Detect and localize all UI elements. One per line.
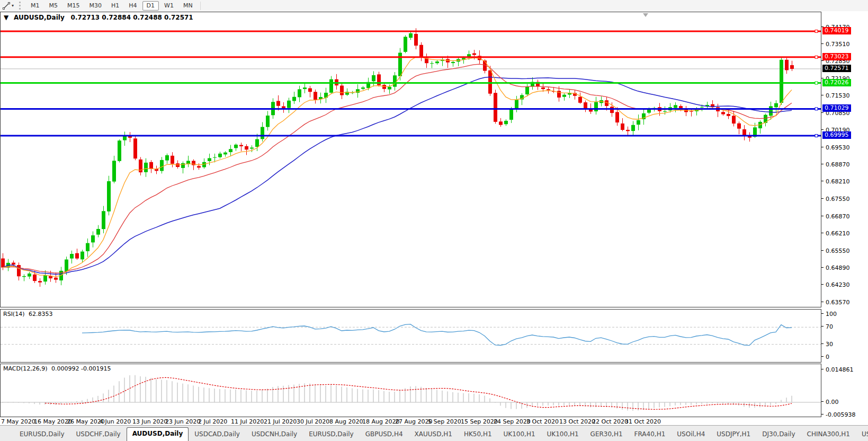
macd-histogram-bar <box>219 389 220 402</box>
candle-body <box>144 163 148 172</box>
macd-histogram-bar <box>675 402 675 405</box>
candle-body <box>769 106 773 116</box>
macd-histogram-bar <box>288 385 289 402</box>
chart-tab-china300-h1[interactable]: CHINA300,H1 <box>801 428 856 441</box>
toolbar-grip[interactable] <box>19 2 23 10</box>
macd-histogram-bar <box>500 402 500 405</box>
chart-tab-gbpusd-h4[interactable]: GBPUSD,H4 <box>360 428 409 441</box>
macd-histogram-bar <box>495 402 495 403</box>
rsi-tick-30: 30 <box>826 341 833 348</box>
chart-tab-hk50-h1[interactable]: HK50,H1 <box>458 428 498 441</box>
candle-body <box>208 158 211 161</box>
macd-histogram-bar <box>330 385 331 402</box>
candle-body <box>541 87 545 89</box>
chart-tab-usdchf-daily[interactable]: USDCHF,Daily <box>70 428 127 441</box>
collapse-icon[interactable]: ▼ <box>4 14 8 21</box>
chart-tab-uk100-h1[interactable]: UK100,H1 <box>498 428 541 441</box>
macd-histogram-bar <box>537 402 538 406</box>
macd-histogram-bar <box>468 393 469 402</box>
candle-body <box>578 97 582 103</box>
chart-tab-eurusd-daily[interactable]: EURUSD,Daily <box>14 428 70 441</box>
price-chart-panel[interactable]: ▼ AUDUSD,Daily 0.72713 0.72884 0.72488 0… <box>0 12 821 307</box>
macd-histogram-bar <box>161 380 162 402</box>
rsi-panel[interactable]: RSI(14) 62.8353 <box>0 309 821 363</box>
level-line-handle[interactable] <box>815 82 818 84</box>
axis-tick-mark <box>821 343 824 344</box>
timeframe-button-M30[interactable]: M30 <box>85 1 106 11</box>
candle-body <box>107 181 111 211</box>
level-line-handle[interactable] <box>815 134 818 137</box>
timeframe-button-M1[interactable]: M1 <box>26 1 44 11</box>
candle-body <box>160 160 164 171</box>
chart-shift-marker[interactable] <box>643 13 648 17</box>
price-axis: 0.741700.735100.728500.721900.715300.708… <box>821 11 868 425</box>
timeframe-button-M15[interactable]: M15 <box>63 1 84 11</box>
chart-tab-ger30-h1[interactable]: GER30,H1 <box>585 428 629 441</box>
chart-tab-uk100-h1[interactable]: UK100,H1 <box>541 428 585 441</box>
candle-body <box>509 109 513 120</box>
chart-tab-usdcnh-daily[interactable]: USDCNH,Daily <box>246 428 303 441</box>
macd-histogram-bar <box>548 402 548 405</box>
level-line-handle[interactable] <box>815 30 818 33</box>
toolbar-separator <box>200 2 201 10</box>
chart-ohlc: 0.72713 0.72884 0.72488 0.72571 <box>71 14 193 21</box>
candle-body <box>499 121 503 125</box>
chart-tab-bar: EURUSD,DailyUSDCHF,DailyAUDUSD,DailyUSDC… <box>0 425 868 441</box>
macd-histogram-bar <box>256 391 257 402</box>
macd-histogram-bar <box>378 390 379 402</box>
candle-body <box>700 107 704 108</box>
candle-body <box>329 80 333 93</box>
candle-body <box>721 112 725 114</box>
candle-body <box>102 211 105 229</box>
candle-body <box>382 85 386 89</box>
chart-tab-usdcad-daily[interactable]: USDCAD,Daily <box>189 428 246 441</box>
chart-tab-eurusd-daily[interactable]: EURUSD,Daily <box>303 428 360 441</box>
axis-tick-mark <box>821 326 824 327</box>
macd-histogram-bar <box>627 402 628 411</box>
chart-tab-usoil-h4[interactable]: USOil,H4 <box>671 428 711 441</box>
level-line-handle[interactable] <box>815 108 818 110</box>
macd-histogram-bar <box>23 402 24 403</box>
level-line-handle[interactable] <box>815 56 818 58</box>
timeframe-button-MN[interactable]: MN <box>179 1 197 11</box>
candle-body <box>504 121 508 124</box>
macd-histogram-bar <box>722 402 723 404</box>
macd-histogram-bar <box>336 385 336 402</box>
candle-body <box>118 140 121 161</box>
candle-body <box>451 62 455 63</box>
timeframe-button-H4[interactable]: H4 <box>124 1 141 11</box>
date-label: 11 Jul 2020 <box>231 418 264 425</box>
chart-tab-usdjpy-h1[interactable]: USDJPY,H1 <box>711 428 756 441</box>
timeframe-button-H1[interactable]: H1 <box>107 1 123 11</box>
price-tick-0.73510: 0.73510 <box>826 41 850 48</box>
macd-histogram-bar <box>166 380 167 402</box>
candle-body <box>621 124 624 130</box>
axis-tick-mark <box>821 250 824 251</box>
level-badge-0.71029: 0.71029 <box>822 104 851 112</box>
candle-body <box>419 45 423 57</box>
candle-body <box>594 102 598 112</box>
macd-histogram-bar <box>426 388 426 402</box>
timeframe-button-D1[interactable]: D1 <box>142 1 159 11</box>
macd-histogram-bar <box>87 399 87 402</box>
macd-histogram-bar <box>770 402 771 405</box>
chart-tab-xauusd-h1[interactable]: XAUUSD,H1 <box>409 428 458 441</box>
macd-histogram-bar <box>124 378 124 402</box>
timeframe-button-M5[interactable]: M5 <box>45 1 62 11</box>
chart-tab-audusd-daily[interactable]: AUDUSD,Daily <box>127 427 189 441</box>
timeframe-button-W1[interactable]: W1 <box>160 1 178 11</box>
chart-tab-usoil-h1[interactable]: USOil,H1 <box>856 428 868 441</box>
axis-tick-mark <box>821 233 824 233</box>
candle-body <box>43 275 47 281</box>
chart-tab-dj30-daily[interactable]: DJ30,Daily <box>756 428 801 441</box>
candle-body <box>223 153 227 155</box>
macd-tick-0.00: 0.00 <box>826 399 839 405</box>
date-label: 18 Aug 2020 <box>362 418 399 425</box>
macd-histogram-bar <box>728 402 728 404</box>
axis-tick-mark <box>821 43 824 44</box>
line-studies-icon[interactable]: ▾ <box>1 1 15 11</box>
chart-tab-fra40-h1[interactable]: FRA40,H1 <box>629 428 672 441</box>
candle-body <box>727 114 730 116</box>
macd-panel[interactable]: MACD(12,26,9) 0.000992 -0.001915 <box>0 364 821 417</box>
candle-body <box>54 278 58 280</box>
